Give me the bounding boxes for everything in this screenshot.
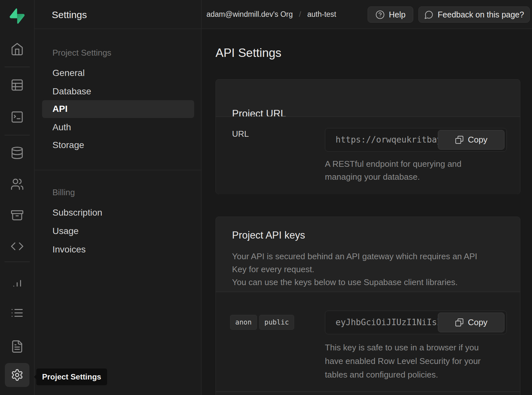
feedback-button[interactable]: Feedback on this page?	[418, 6, 530, 23]
top-bar: adam@windmill.dev's Org / auth-test Help…	[202, 0, 532, 29]
breadcrumb-project[interactable]: auth-test	[307, 10, 336, 19]
sidebar-item-subscription[interactable]: Subscription	[52, 207, 102, 219]
sidebar-item-database[interactable]	[10, 146, 24, 160]
api-keys-card-body: anon public eyJhbGciOiJIUzI1NiIsIn Copy …	[216, 292, 520, 395]
url-row-label: URL	[232, 129, 249, 139]
table-icon	[10, 78, 24, 92]
database-icon	[10, 146, 24, 160]
sidebar-item-logs[interactable]	[10, 306, 24, 320]
settings-sidebar: Settings Project Settings General Databa…	[35, 0, 202, 395]
sidebar-divider	[35, 170, 201, 170]
sidebar-item-authentication[interactable]	[10, 177, 24, 191]
gear-icon	[11, 368, 24, 381]
sidebar-item-auth-settings[interactable]: Auth	[52, 122, 71, 133]
sidebar-item-home[interactable]	[10, 42, 24, 56]
sidebar-item-reports[interactable]	[10, 275, 24, 289]
api-keys-card-title: Project API keys	[232, 230, 305, 241]
api-keys-intro: Your API is secured behind an API gatewa…	[232, 250, 477, 289]
project-url-card: Project URL URL https://orwqeukritbayp C…	[216, 79, 520, 194]
terminal-icon	[10, 110, 24, 124]
copy-icon	[455, 135, 464, 144]
sidebar-item-project-settings[interactable]	[5, 363, 29, 387]
section-heading-project-settings: Project Settings	[52, 47, 111, 59]
project-url-card-body: URL https://orwqeukritbayp Copy A RESTfu…	[216, 117, 520, 194]
page-title: API Settings	[216, 46, 282, 60]
project-settings-tooltip: Project Settings	[36, 368, 107, 385]
help-button-label: Help	[389, 10, 405, 19]
anon-badge: anon	[230, 315, 257, 330]
sidebar-item-api-settings[interactable]: API	[52, 103, 68, 115]
sidebar-item-table-editor[interactable]	[10, 78, 24, 92]
sidebar-item-sql-editor[interactable]	[10, 110, 24, 124]
project-api-keys-card: Project API keys Your API is secured beh…	[216, 217, 520, 395]
users-icon	[10, 177, 24, 191]
supabase-logo-icon[interactable]	[10, 8, 25, 24]
settings-sidebar-header: Settings	[35, 0, 201, 29]
app-window: Project Settings Settings Project Settin…	[0, 0, 532, 395]
breadcrumb-separator: /	[299, 10, 301, 19]
list-icon	[10, 306, 24, 320]
sidebar-item-database-settings[interactable]: Database	[52, 86, 91, 97]
copy-url-button-label: Copy	[468, 135, 488, 145]
sidebar-item-general[interactable]: General	[52, 67, 85, 79]
main-content: API Settings Project URL URL https://orw…	[202, 29, 532, 395]
breadcrumb: adam@windmill.dev's Org / auth-test	[206, 0, 336, 28]
sidebar-item-usage[interactable]: Usage	[52, 225, 79, 237]
copy-anon-key-button[interactable]: Copy	[438, 313, 504, 332]
card-divider	[216, 391, 520, 392]
home-icon	[10, 42, 24, 56]
help-circle-icon	[375, 10, 385, 19]
feedback-button-label: Feedback on this page?	[438, 10, 524, 19]
archive-icon	[10, 208, 24, 222]
rail-divider	[5, 135, 30, 135]
project-url-description: A RESTful endpoint for querying and mana…	[325, 157, 461, 183]
file-text-icon	[10, 340, 24, 353]
sidebar-item-invoices[interactable]: Invoices	[52, 244, 86, 255]
sidebar-title: Settings	[52, 9, 87, 20]
message-bubble-icon	[424, 10, 434, 19]
section-heading-billing: Billing	[52, 187, 75, 198]
public-badge: public	[259, 315, 294, 330]
sidebar-item-docs[interactable]	[10, 340, 24, 353]
anon-key-value: eyJhbGciOiJIUzI1NiIsIn	[336, 311, 447, 334]
sidebar-item-api[interactable]	[10, 240, 24, 253]
icon-rail	[0, 0, 35, 395]
copy-icon	[455, 318, 464, 327]
help-button[interactable]: Help	[368, 6, 413, 23]
rail-divider	[5, 262, 30, 262]
breadcrumb-org[interactable]: adam@windmill.dev's Org	[206, 10, 293, 19]
sidebar-item-storage-settings[interactable]: Storage	[52, 139, 84, 151]
sidebar-item-storage[interactable]	[10, 208, 24, 222]
copy-anon-key-button-label: Copy	[468, 317, 488, 327]
anon-key-description: This key is safe to use in a browser if …	[325, 341, 481, 381]
project-url-value: https://orwqeukritbayp	[336, 128, 447, 151]
rail-divider	[5, 67, 30, 67]
bar-chart-icon	[10, 275, 24, 289]
copy-url-button[interactable]: Copy	[438, 130, 504, 150]
code-icon	[10, 240, 24, 253]
